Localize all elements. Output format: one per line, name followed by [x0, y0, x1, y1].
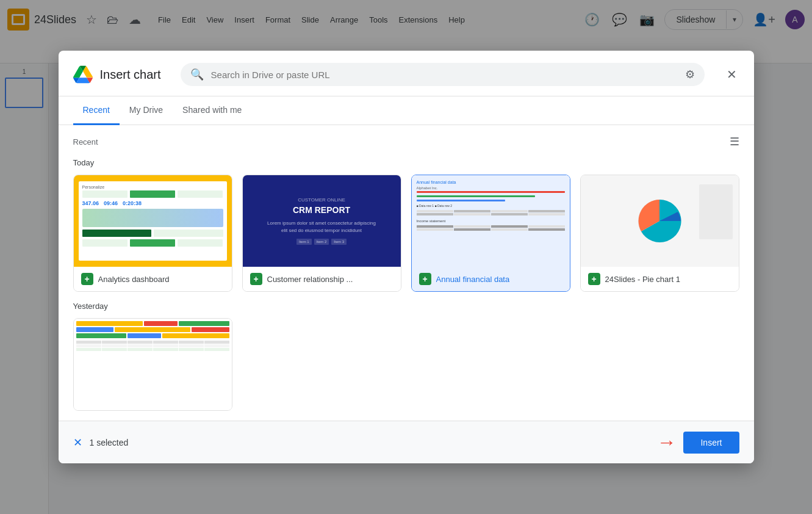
- file-name-annual: Annual financial data: [436, 275, 510, 284]
- list-view-icon[interactable]: ☰: [730, 135, 739, 148]
- pie-chart-svg: [635, 197, 684, 245]
- add-icon-annual: +: [419, 273, 431, 285]
- file-info-pie: + 24Slides - Pie chart 1: [581, 267, 739, 291]
- file-name-crm: Customer relationship ...: [267, 275, 353, 284]
- insert-arrow-icon: →: [656, 431, 676, 454]
- add-icon-analytics: +: [81, 273, 93, 285]
- cancel-button[interactable]: ✕: [73, 436, 82, 449]
- add-icon-pie: +: [588, 273, 600, 285]
- modal-body: Recent ☰ Today Personalize: [59, 125, 754, 421]
- period-yesterday: Yesterday: [73, 302, 739, 311]
- insert-chart-modal: Insert chart 🔍 ⚙ ✕ Recent My Drive Share…: [59, 51, 754, 463]
- file-thumb-pie: [581, 175, 739, 267]
- section-title: Recent: [73, 137, 98, 147]
- file-thumb-annual: Annual financial data Alphabet Inc. ■ Da…: [412, 175, 570, 267]
- add-icon-crm: +: [250, 273, 262, 285]
- file-name-analytics: Analytics dashboard: [98, 275, 170, 284]
- selected-count-label: 1 selected: [90, 438, 129, 447]
- tab-my-drive[interactable]: My Drive: [120, 96, 173, 125]
- tab-recent[interactable]: Recent: [73, 96, 120, 125]
- tab-shared-with-me[interactable]: Shared with me: [173, 96, 251, 125]
- search-icon: 🔍: [190, 68, 204, 81]
- today-files-grid: Personalize 347.06 09:46 0:20:38: [73, 175, 739, 292]
- modal-title: Insert chart: [100, 68, 161, 82]
- file-card-yesterday1[interactable]: [73, 318, 232, 411]
- section-header: Recent ☰: [73, 135, 739, 148]
- file-info-annual: + Annual financial data: [412, 267, 570, 291]
- file-name-pie: 24Slides - Pie chart 1: [605, 275, 681, 284]
- file-card-annual[interactable]: Annual financial data Alphabet Inc. ■ Da…: [411, 175, 570, 292]
- modal-title-area: Insert chart: [73, 65, 161, 84]
- file-card-crm[interactable]: CUSTOMER ONLINE CRM REPORT Lorem ipsum d…: [242, 175, 401, 292]
- file-thumb-crm: CUSTOMER ONLINE CRM REPORT Lorem ipsum d…: [243, 175, 401, 267]
- modal-overlay: Insert chart 🔍 ⚙ ✕ Recent My Drive Share…: [0, 0, 812, 514]
- filter-icon[interactable]: ⚙: [685, 68, 695, 81]
- search-input[interactable]: [211, 70, 678, 80]
- period-today: Today: [73, 158, 739, 167]
- close-button[interactable]: ✕: [724, 65, 739, 84]
- file-thumb-analytics: Personalize 347.06 09:46 0:20:38: [74, 175, 232, 267]
- drive-logo-icon: [73, 65, 93, 84]
- file-card-pie[interactable]: + 24Slides - Pie chart 1: [580, 175, 739, 292]
- file-info-analytics: + Analytics dashboard: [74, 267, 232, 291]
- file-thumb-yesterday1: [74, 319, 232, 410]
- modal-header: Insert chart 🔍 ⚙ ✕: [59, 51, 754, 96]
- insert-button[interactable]: Insert: [683, 432, 739, 454]
- file-info-crm: + Customer relationship ...: [243, 267, 401, 291]
- search-bar[interactable]: 🔍 ⚙: [181, 63, 705, 86]
- yesterday-files-grid: [73, 318, 739, 411]
- modal-footer: ✕ 1 selected → Insert: [59, 421, 754, 463]
- modal-tabs: Recent My Drive Shared with me: [59, 96, 754, 125]
- file-card-analytics[interactable]: Personalize 347.06 09:46 0:20:38: [73, 175, 232, 292]
